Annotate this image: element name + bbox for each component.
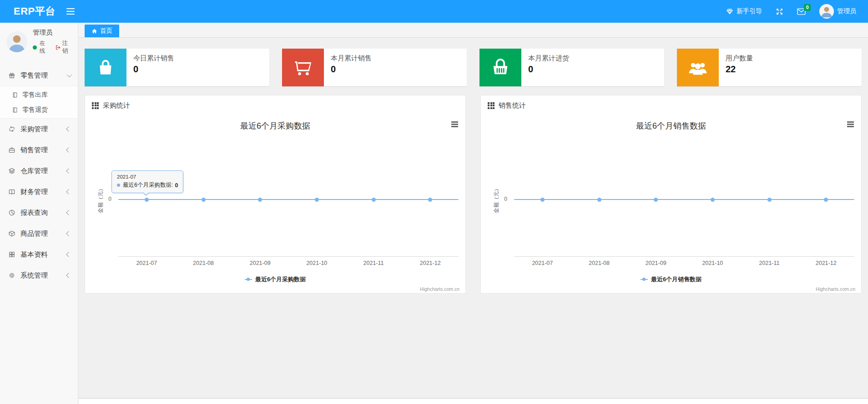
stat-card-body: 本月累计进货 0 <box>521 49 569 86</box>
guide-button[interactable]: 新手引导 <box>726 7 762 15</box>
data-point[interactable] <box>711 198 715 202</box>
stat-card-body: 用户数量 22 <box>719 49 753 86</box>
online-dot-icon <box>33 45 37 50</box>
stat-card-label: 今日累计销售 <box>133 54 174 63</box>
sidebar-item-system[interactable]: 系统管理 <box>0 265 78 286</box>
purchase-chart: 最近6个月采购数据 金额（元） 0 <box>85 115 465 293</box>
sidebar-item-finance[interactable]: 财务管理 <box>0 181 78 202</box>
sidebar-item-label: 零售退货 <box>22 106 48 114</box>
tab-bar: 首页 <box>79 23 868 38</box>
sidebar-item-label: 系统管理 <box>20 271 48 280</box>
sales-stats-panel: 销售统计 最近6个月销售数据 金额（元） 0 <box>480 95 862 294</box>
sidebar-menu: 零售管理 零售出库 零售退货 <box>0 65 78 286</box>
data-point[interactable] <box>767 198 772 202</box>
legend-label: 最近6个月销售数据 <box>651 275 701 284</box>
diamond-icon <box>726 8 733 15</box>
series-markers <box>514 198 854 202</box>
x-tick-label: 2021-12 <box>797 260 854 266</box>
shopping-cart-icon <box>282 49 324 86</box>
stat-card-label: 本月累计销售 <box>331 54 372 63</box>
sidebar-item-reports[interactable]: 报表查询 <box>0 202 78 223</box>
stat-card-value: 0 <box>331 64 372 75</box>
fullscreen-icon <box>776 8 783 15</box>
data-point[interactable] <box>597 198 601 202</box>
data-point[interactable] <box>540 198 545 202</box>
x-axis-labels: 2021-07 2021-08 2021-09 2021-10 2021-11 … <box>118 260 459 266</box>
sales-chart: 最近6个月销售数据 金额（元） 0 <box>481 115 861 293</box>
chart-tooltip: 2021-07 最近6个月采购数据: 0 <box>111 170 183 193</box>
top-header: ERP平台 新手引导 0 <box>0 0 868 23</box>
sidebar-item-sales[interactable]: 销售管理 <box>0 140 78 160</box>
stat-card-body: 本月累计销售 0 <box>324 49 372 86</box>
x-axis-line <box>118 256 459 257</box>
chevron-left-icon <box>66 210 71 215</box>
grid-icon <box>92 102 99 109</box>
tooltip-value: 0 <box>175 182 178 189</box>
grid-icon <box>8 251 15 258</box>
x-tick-label: 2021-09 <box>232 260 288 266</box>
stat-card-value: 22 <box>726 64 753 75</box>
sidebar-user-info: 管理员 在线 注销 <box>33 28 73 55</box>
sidebar-user-status: 在线 注销 <box>33 40 73 55</box>
tooltip-date: 2021-07 <box>117 174 178 180</box>
sidebar-item-basic-data[interactable]: 基本资料 <box>0 244 78 265</box>
logout-label: 注销 <box>62 40 73 55</box>
sidebar-item-products[interactable]: 商品管理 <box>0 223 78 244</box>
grid-icon <box>488 102 495 109</box>
guide-label: 新手引导 <box>737 7 762 15</box>
data-point[interactable] <box>372 198 376 202</box>
sidebar-user-panel: 管理员 在线 注销 <box>0 23 78 61</box>
sidebar-toggle-icon[interactable] <box>66 8 75 15</box>
highcharts-credits[interactable]: Highcharts.com.cn <box>420 286 459 292</box>
gear-icon <box>8 272 15 279</box>
x-tick-label: 2021-08 <box>175 260 232 266</box>
user-avatar <box>819 4 834 19</box>
stat-card-month-purchase: 本月累计进货 0 <box>479 49 664 86</box>
shopping-bag-icon <box>85 49 126 86</box>
x-tick-label: 2021-11 <box>741 260 798 266</box>
user-menu[interactable]: 管理员 <box>819 4 856 19</box>
sidebar-item-label: 仓库管理 <box>20 167 48 175</box>
highcharts-credits[interactable]: Highcharts.com.cn <box>816 286 855 292</box>
sidebar-user-name: 管理员 <box>33 28 73 37</box>
legend-marker-icon <box>641 278 648 282</box>
sidebar-item-retail[interactable]: 零售管理 <box>0 65 78 86</box>
x-tick-label: 2021-12 <box>402 260 459 266</box>
data-point[interactable] <box>428 198 432 202</box>
loop-icon <box>8 125 15 133</box>
stat-card-value: 0 <box>528 64 569 75</box>
erp-app: ERP平台 新手引导 0 <box>0 0 868 404</box>
chart-context-menu-icon[interactable] <box>451 121 458 127</box>
x-tick-label: 2021-11 <box>345 260 402 266</box>
main-area: 首页 今日累计销售 0 <box>79 23 868 404</box>
sidebar-item-retail-return[interactable]: 零售退货 <box>0 102 78 117</box>
chart-legend[interactable]: 最近6个月销售数据 <box>481 275 861 284</box>
users-icon <box>677 49 719 86</box>
stat-cards-row: 今日累计销售 0 本月累计销售 0 <box>85 49 862 86</box>
sidebar-item-warehouse[interactable]: 仓库管理 <box>0 160 78 181</box>
stat-card-today-sales: 今日累计销售 0 <box>85 49 269 86</box>
data-point[interactable] <box>824 198 828 202</box>
logout-link[interactable]: 注销 <box>55 40 73 55</box>
legend-marker-icon <box>245 278 252 282</box>
sidebar-item-retail-outbound[interactable]: 零售出库 <box>0 87 78 102</box>
tab-home[interactable]: 首页 <box>85 25 119 37</box>
sidebar-item-procurement[interactable]: 采购管理 <box>0 119 78 140</box>
data-point[interactable] <box>315 198 319 202</box>
data-point[interactable] <box>654 198 658 202</box>
data-point[interactable] <box>202 198 206 202</box>
chart-legend[interactable]: 最近6个月采购数据 <box>85 275 465 284</box>
sidebar-item-label: 基本资料 <box>20 250 48 259</box>
briefcase-icon <box>8 146 15 154</box>
data-point[interactable] <box>258 198 262 202</box>
retail-submenu: 零售出库 零售退货 <box>0 86 78 119</box>
chevron-left-icon <box>66 189 71 194</box>
sidebar-user-avatar <box>6 31 27 52</box>
chart-context-menu-icon[interactable] <box>847 121 854 127</box>
stat-card-label: 本月累计进货 <box>528 54 569 63</box>
shopping-basket-icon <box>479 49 521 86</box>
fullscreen-button[interactable] <box>776 8 783 15</box>
messages-button[interactable]: 0 <box>797 8 806 15</box>
stat-card-body: 今日累计销售 0 <box>126 49 174 86</box>
stat-card-label: 用户数量 <box>726 54 753 63</box>
